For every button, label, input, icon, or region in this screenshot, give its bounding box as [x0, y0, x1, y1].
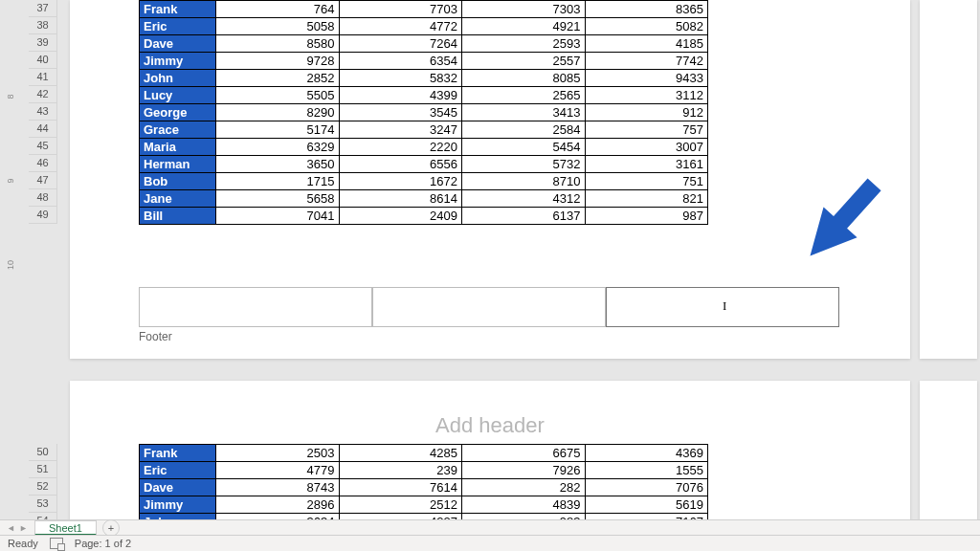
value-cell[interactable]: 4185 [585, 35, 708, 53]
table-row[interactable]: Jane565886144312821 [140, 190, 708, 208]
value-cell[interactable]: 751 [585, 173, 708, 190]
row-header[interactable]: 52 [29, 478, 57, 496]
value-cell[interactable]: 2852 [216, 70, 340, 87]
value-cell[interactable]: 2896 [216, 496, 340, 514]
value-cell[interactable]: 821 [585, 190, 708, 208]
value-cell[interactable]: 5732 [462, 156, 586, 173]
value-cell[interactable]: 2512 [339, 496, 462, 514]
new-sheet-button[interactable]: + [102, 519, 120, 537]
name-cell[interactable]: Herman [140, 156, 216, 173]
value-cell[interactable]: 987 [585, 208, 708, 225]
row-header[interactable]: 51 [29, 461, 57, 478]
add-header-placeholder[interactable]: Add header [70, 413, 910, 438]
value-cell[interactable]: 2565 [462, 87, 586, 104]
row-header[interactable]: 41 [29, 69, 57, 86]
name-cell[interactable]: Jimmy [140, 53, 216, 70]
table-row[interactable]: Grace517432472584757 [140, 121, 708, 139]
row-header[interactable]: 45 [29, 138, 57, 155]
value-cell[interactable]: 5658 [216, 190, 340, 208]
row-header[interactable]: 42 [29, 86, 57, 103]
value-cell[interactable]: 3247 [339, 121, 462, 139]
table-row[interactable]: Frank2503428566754369 [140, 445, 708, 462]
value-cell[interactable]: 9728 [216, 53, 340, 70]
row-header[interactable]: 37 [29, 0, 57, 17]
value-cell[interactable]: 8365 [585, 1, 708, 18]
value-cell[interactable]: 4369 [585, 445, 708, 462]
value-cell[interactable]: 9433 [585, 70, 708, 87]
value-cell[interactable]: 2409 [339, 208, 462, 225]
value-cell[interactable]: 1672 [339, 173, 462, 190]
row-header[interactable]: 46 [29, 155, 57, 172]
sheet-tab-sheet1[interactable]: Sheet1 [34, 520, 97, 536]
value-cell[interactable]: 8710 [462, 173, 586, 190]
value-cell[interactable]: 5832 [339, 70, 462, 87]
name-cell[interactable]: Dave [140, 479, 216, 496]
row-header[interactable]: 44 [29, 121, 57, 138]
value-cell[interactable]: 2220 [339, 139, 462, 156]
value-cell[interactable]: 7076 [585, 479, 708, 496]
table-row[interactable]: Lucy5505439925653112 [140, 87, 708, 104]
value-cell[interactable]: 7303 [462, 1, 586, 18]
value-cell[interactable]: 282 [462, 479, 586, 496]
row-header[interactable]: 40 [29, 52, 57, 69]
name-cell[interactable]: Frank [140, 445, 216, 462]
value-cell[interactable]: 4312 [462, 190, 586, 208]
value-cell[interactable]: 8580 [216, 35, 340, 53]
value-cell[interactable]: 8085 [462, 70, 586, 87]
value-cell[interactable]: 8743 [216, 479, 340, 496]
value-cell[interactable]: 3161 [585, 156, 708, 173]
name-cell[interactable]: Grace [140, 121, 216, 139]
value-cell[interactable]: 5619 [585, 496, 708, 514]
table-row[interactable]: Bob171516728710751 [140, 173, 708, 190]
value-cell[interactable]: 764 [216, 1, 340, 18]
value-cell[interactable]: 7614 [339, 479, 462, 496]
value-cell[interactable]: 6329 [216, 139, 340, 156]
data-table-2[interactable]: Frank2503428566754369Eric477923979261555… [139, 444, 708, 531]
value-cell[interactable]: 2593 [462, 35, 586, 53]
table-row[interactable]: Jimmy9728635425577742 [140, 53, 708, 70]
name-cell[interactable]: Lucy [140, 87, 216, 104]
value-cell[interactable]: 3650 [216, 156, 340, 173]
name-cell[interactable]: Eric [140, 18, 216, 35]
value-cell[interactable]: 1715 [216, 173, 340, 190]
table-row[interactable]: George829035453413912 [140, 104, 708, 121]
row-header[interactable]: 38 [29, 17, 57, 34]
table-row[interactable]: Bill704124096137987 [140, 208, 708, 225]
value-cell[interactable]: 3545 [339, 104, 462, 121]
value-cell[interactable]: 912 [585, 104, 708, 121]
footer-right-section[interactable]: I [606, 287, 839, 327]
footer-left-section[interactable] [139, 287, 372, 327]
name-cell[interactable]: Dave [140, 35, 216, 53]
value-cell[interactable]: 6137 [462, 208, 586, 225]
value-cell[interactable]: 2557 [462, 53, 586, 70]
value-cell[interactable]: 1555 [585, 462, 708, 479]
table-row[interactable]: Eric477923979261555 [140, 462, 708, 479]
table-row[interactable]: Frank764770373038365 [140, 1, 708, 18]
value-cell[interactable]: 7742 [585, 53, 708, 70]
value-cell[interactable]: 5082 [585, 18, 708, 35]
table-row[interactable]: Jimmy2896251248395619 [140, 496, 708, 514]
value-cell[interactable]: 5454 [462, 139, 586, 156]
data-table-1[interactable]: Frank764770373038365Eric5058477249215082… [139, 0, 708, 225]
name-cell[interactable]: Jane [140, 190, 216, 208]
value-cell[interactable]: 4772 [339, 18, 462, 35]
value-cell[interactable]: 7703 [339, 1, 462, 18]
value-cell[interactable]: 3007 [585, 139, 708, 156]
table-row[interactable]: Herman3650655657323161 [140, 156, 708, 173]
table-row[interactable]: John2852583280859433 [140, 70, 708, 87]
macro-record-icon[interactable] [50, 538, 63, 549]
row-header[interactable]: 43 [29, 103, 57, 121]
value-cell[interactable]: 2503 [216, 445, 340, 462]
footer-center-section[interactable] [372, 287, 606, 327]
name-cell[interactable]: Jimmy [140, 496, 216, 514]
row-header[interactable]: 49 [29, 207, 57, 224]
row-header[interactable]: 39 [29, 34, 57, 52]
name-cell[interactable]: Bill [140, 208, 216, 225]
name-cell[interactable]: Eric [140, 462, 216, 479]
tab-nav-arrows[interactable]: ◄► [0, 523, 34, 533]
name-cell[interactable]: George [140, 104, 216, 121]
value-cell[interactable]: 2584 [462, 121, 586, 139]
value-cell[interactable]: 5505 [216, 87, 340, 104]
value-cell[interactable]: 239 [339, 462, 462, 479]
value-cell[interactable]: 6675 [462, 445, 586, 462]
